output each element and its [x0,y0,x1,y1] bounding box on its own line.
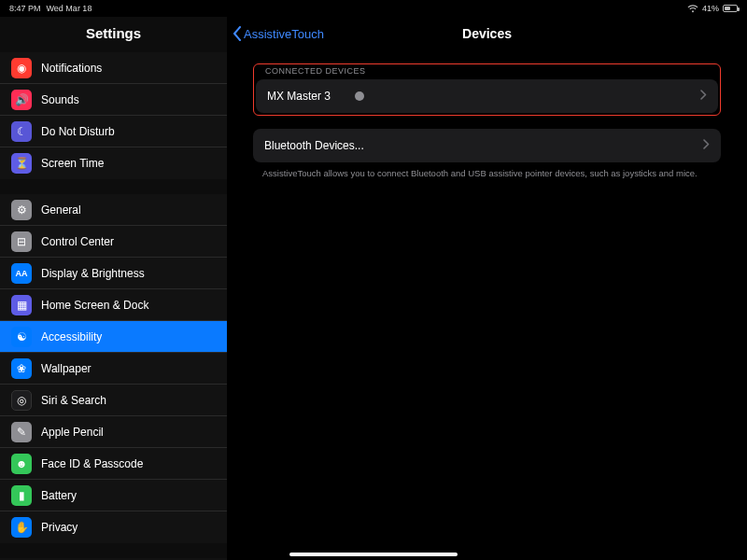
sidebar-item-home-screen-dock[interactable]: ▦Home Screen & Dock [0,289,227,321]
sidebar-item-label: General [41,203,81,217]
highlighted-connected-device: CONNECTED DEVICES MX Master 3 [253,63,721,116]
sidebar-item-label: Accessibility [41,330,102,343]
sidebar-item-label: Siri & Search [41,394,106,407]
sidebar-item-label: Face ID & Passcode [41,457,143,470]
battery-icon [723,5,738,12]
sidebar-item-accessibility[interactable]: ☯Accessibility [0,321,227,353]
sidebar-item-privacy[interactable]: ✋Privacy [0,511,227,543]
bluetooth-devices-label: Bluetooth Devices... [264,139,364,152]
wifi-icon [687,5,698,13]
home-screen-icon: ▦ [11,295,32,315]
battery-icon: ▮ [11,485,32,506]
detail-pane: AssistiveTouch Devices CONNECTED DEVICES… [227,17,747,560]
back-button[interactable]: AssistiveTouch [227,26,324,41]
siri-icon: ◎ [11,390,32,411]
settings-sidebar[interactable]: Settings ◉Notifications🔊Sounds☾Do Not Di… [0,17,227,560]
sidebar-item-label: Privacy [41,521,78,534]
status-bar: 8:47 PM Wed Mar 18 41% [0,0,747,17]
control-center-icon: ⊟ [11,231,32,252]
sidebar-item-general[interactable]: ⚙General [0,194,227,226]
connected-device-row[interactable]: MX Master 3 [256,79,718,113]
faceid-icon: ☻ [11,454,32,474]
connected-device-name: MX Master 3 [267,90,331,103]
status-time: 8:47 PM [9,4,41,13]
sidebar-item-label: Wallpaper [41,362,92,375]
chevron-right-icon [703,139,710,152]
sidebar-item-label: Display & Brightness [41,267,145,280]
bluetooth-devices-row[interactable]: Bluetooth Devices... [253,129,721,162]
sidebar-title: Settings [0,17,227,52]
sidebar-item-battery[interactable]: ▮Battery [0,480,227,511]
sidebar-item-do-not-disturb[interactable]: ☾Do Not Disturb [0,116,227,147]
chevron-left-icon [233,26,242,41]
sidebar-item-label: Home Screen & Dock [41,299,148,312]
sidebar-item-apple-pencil[interactable]: ✎Apple Pencil [0,416,227,448]
sidebar-item-label: Apple Pencil [41,426,104,439]
sidebar-item-label: Sounds [41,93,79,106]
wallpaper-icon: ❀ [11,358,32,379]
general-icon: ⚙ [11,200,32,220]
pencil-icon: ✎ [11,422,32,442]
sidebar-item-control-center[interactable]: ⊟Control Center [0,226,227,258]
home-indicator[interactable] [289,553,458,556]
sidebar-item-wallpaper[interactable]: ❀Wallpaper [0,353,227,385]
sidebar-item-siri-search[interactable]: ◎Siri & Search [0,385,227,416]
sidebar-item-label: Do Not Disturb [41,125,115,138]
battery-percentage: 41% [702,4,719,13]
sidebar-item-screen-time[interactable]: ⏳Screen Time [0,147,227,179]
sidebar-item-label: Control Center [41,235,114,248]
sounds-icon: 🔊 [11,90,32,110]
sidebar-item-face-id-passcode[interactable]: ☻Face ID & Passcode [0,448,227,480]
sidebar-item-label: Battery [41,489,77,502]
display-icon: AA [11,263,32,284]
sidebar-item-label: Notifications [41,62,102,75]
back-label: AssistiveTouch [244,27,324,41]
accessibility-icon: ☯ [11,327,32,347]
sidebar-item-display-brightness[interactable]: AADisplay & Brightness [0,258,227,289]
chevron-right-icon [700,90,707,103]
status-date: Wed Mar 18 [47,4,92,13]
notifications-icon: ◉ [11,58,32,78]
screen-time-icon: ⏳ [11,153,32,174]
connected-devices-header: CONNECTED DEVICES [256,66,718,79]
detail-title: Devices [462,26,512,41]
sidebar-item-label: Screen Time [41,157,104,170]
dnd-icon: ☾ [11,121,32,142]
sidebar-item-notifications[interactable]: ◉Notifications [0,52,227,84]
privacy-icon: ✋ [11,517,32,538]
footer-explanation: AssistiveTouch allows you to connect Blu… [253,162,721,179]
assistive-touch-cursor-icon [355,91,364,101]
sidebar-item-sounds[interactable]: 🔊Sounds [0,84,227,116]
